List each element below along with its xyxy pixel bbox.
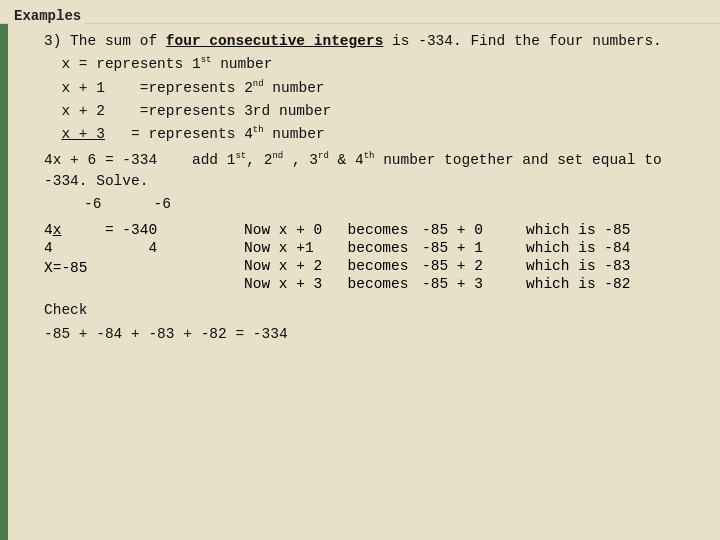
result-1: -85 + 1 xyxy=(422,240,522,256)
result-3: -85 + 3 xyxy=(422,276,522,292)
left-solve-block: 4x = -340 4 4 X=-85 xyxy=(44,220,244,294)
solve-4x: 4x = -340 xyxy=(44,222,157,238)
which-3: which is -82 xyxy=(526,276,646,292)
var-line-4: x + 3 = represents 4th number xyxy=(44,124,710,144)
becomes-1: becomes xyxy=(338,240,418,256)
now-expr-1: Now x +1 xyxy=(244,240,334,256)
subtraction-row: -6 -6 xyxy=(44,194,710,214)
solve-row-2: 4 4 xyxy=(44,240,244,256)
var-line-1: x = represents 1st number xyxy=(44,54,710,74)
which-2: which is -83 xyxy=(526,258,646,274)
page-title: Examples xyxy=(10,8,85,24)
now-row-0: Now x + 0 becomes -85 + 0 which is -85 xyxy=(244,222,710,238)
left-decoration xyxy=(0,0,38,540)
subtract-vals: -6 -6 xyxy=(84,196,171,212)
now-row-1: Now x +1 becomes -85 + 1 which is -84 xyxy=(244,240,710,256)
prob-rest: is -334. Find the four numbers. xyxy=(392,33,662,49)
main-equation-line: 4x + 6 = -334 add 1st, 2nd , 3rd & 4th n… xyxy=(44,150,710,191)
now-expr-2: Now x + 2 xyxy=(244,258,334,274)
check-expr: -85 + -84 + -83 + -82 = -334 xyxy=(44,324,710,344)
now-row-2: Now x + 2 becomes -85 + 2 which is -83 xyxy=(244,258,710,274)
becomes-0: becomes xyxy=(338,222,418,238)
solve-section: 4x = -340 4 4 X=-85 Now x + 0 becomes -8… xyxy=(44,220,710,294)
which-1: which is -84 xyxy=(526,240,646,256)
which-0: which is -85 xyxy=(526,222,646,238)
becomes-2: becomes xyxy=(338,258,418,274)
problem-statement: 3) The sum of four consecutive integers … xyxy=(44,31,710,51)
solve-result: X=-85 xyxy=(44,260,88,276)
right-solve-block: Now x + 0 becomes -85 + 0 which is -85 N… xyxy=(244,220,710,294)
result-2: -85 + 2 xyxy=(422,258,522,274)
solve-row-1: 4x = -340 xyxy=(44,222,244,238)
solve-row-3: X=-85 xyxy=(44,260,244,276)
equation-label: 4x + 6 = -334 xyxy=(44,152,157,168)
now-expr-3: Now x + 3 xyxy=(244,276,334,292)
title-bar: Examples xyxy=(0,0,720,24)
prob-number: 3) xyxy=(44,33,61,49)
main-content: 3) The sum of four consecutive integers … xyxy=(44,28,710,530)
var-line-3: x + 2 =represents 3rd number xyxy=(44,101,710,121)
var-line-2: x + 1 =represents 2nd number xyxy=(44,78,710,98)
becomes-3: becomes xyxy=(338,276,418,292)
check-label: Check xyxy=(44,300,710,320)
now-expr-0: Now x + 0 xyxy=(244,222,334,238)
x-plus-3: x + 3 xyxy=(61,126,105,142)
check-section: Check -85 + -84 + -83 + -82 = -334 xyxy=(44,300,710,344)
result-0: -85 + 0 xyxy=(422,222,522,238)
prob-key-term: four consecutive integers xyxy=(166,33,384,49)
now-row-3: Now x + 3 becomes -85 + 3 which is -82 xyxy=(244,276,710,292)
prob-text: The sum of xyxy=(70,33,157,49)
solve-divide: 4 4 xyxy=(44,240,157,256)
